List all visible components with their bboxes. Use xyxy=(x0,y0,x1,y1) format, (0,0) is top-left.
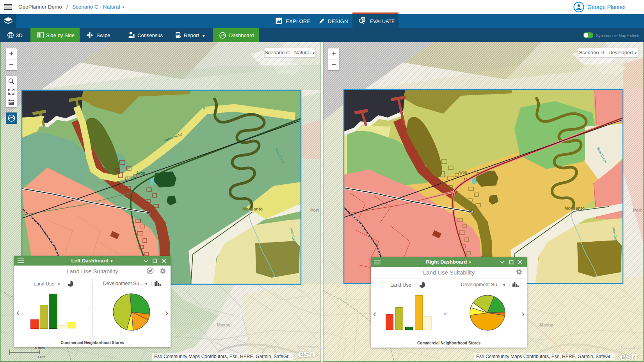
svg-text:Avon: Avon xyxy=(458,170,467,175)
svg-text:Port: Port xyxy=(310,208,319,212)
svg-text:Monsanto: Monsanto xyxy=(564,206,585,210)
svg-text:Monsanto: Monsanto xyxy=(242,207,263,211)
svg-text:Avon: Avon xyxy=(136,171,145,175)
svg-text:0.4mi: 0.4mi xyxy=(37,355,45,359)
svg-text:Port: Port xyxy=(633,208,642,212)
svg-text:Maxby: Maxby xyxy=(217,323,231,327)
svg-text:Maxby: Maxby xyxy=(540,323,553,327)
